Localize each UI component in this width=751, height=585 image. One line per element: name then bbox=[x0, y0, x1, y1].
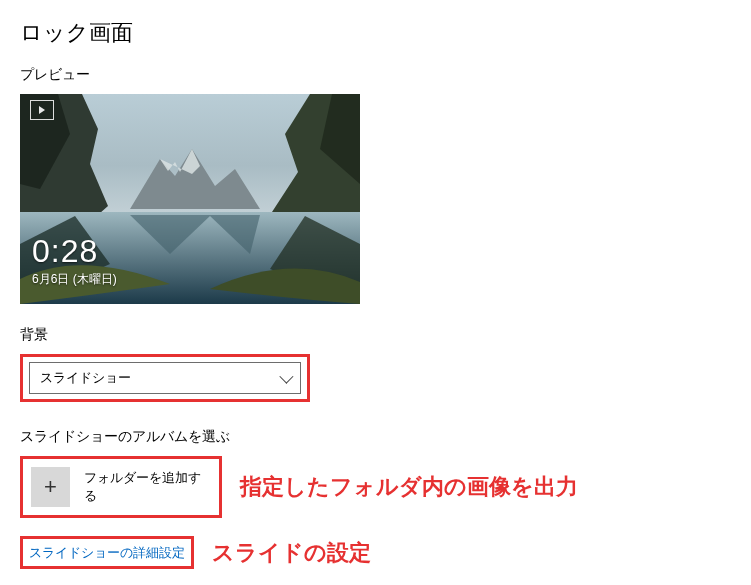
background-label: 背景 bbox=[20, 326, 733, 344]
preview-label: プレビュー bbox=[20, 66, 733, 84]
slideshow-icon bbox=[30, 100, 54, 120]
highlight-advanced-link: スライドショーの詳細設定 bbox=[20, 536, 194, 569]
background-dropdown[interactable]: スライドショー bbox=[29, 362, 301, 394]
highlight-add-folder: + フォルダーを追加する bbox=[20, 456, 222, 518]
add-folder-label: フォルダーを追加する bbox=[84, 469, 211, 505]
lockscreen-preview: 0:28 6月6日 (木曜日) bbox=[20, 94, 360, 304]
annotation-advanced: スライドの設定 bbox=[212, 538, 371, 568]
add-folder-button[interactable]: + フォルダーを追加する bbox=[31, 467, 211, 507]
background-selected: スライドショー bbox=[40, 369, 131, 387]
plus-icon: + bbox=[31, 467, 70, 507]
preview-time: 0:28 bbox=[32, 235, 117, 267]
highlight-dropdown: スライドショー bbox=[20, 354, 310, 402]
clock-overlay: 0:28 6月6日 (木曜日) bbox=[32, 235, 117, 288]
album-label: スライドショーのアルバムを選ぶ bbox=[20, 428, 733, 446]
preview-date: 6月6日 (木曜日) bbox=[32, 271, 117, 288]
chevron-down-icon bbox=[279, 370, 293, 384]
page-title: ロック画面 bbox=[20, 18, 733, 48]
annotation-folder: 指定したフォルダ内の画像を出力 bbox=[240, 472, 578, 502]
advanced-settings-link[interactable]: スライドショーの詳細設定 bbox=[29, 545, 185, 560]
